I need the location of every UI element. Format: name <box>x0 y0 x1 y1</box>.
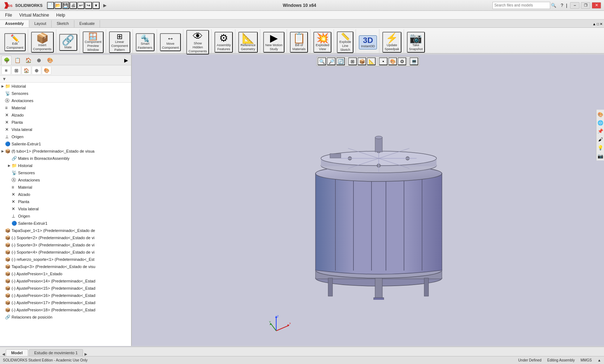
panel-tab-tree[interactable]: 🌳 <box>1 56 12 65</box>
close-button[interactable]: ✕ <box>592 2 601 9</box>
tree-item[interactable]: ✕ Alzado <box>0 191 131 198</box>
tree-item[interactable]: Ⓐ Anotaciones <box>0 176 131 184</box>
tree-item[interactable]: ▶ 📁 Historial <box>0 162 131 169</box>
linear-pattern-button[interactable]: ⊞ LinearComponentPattern <box>109 31 130 53</box>
move-component-button[interactable]: ↔ MoveComponent <box>160 33 181 51</box>
lighting-icon[interactable]: 💡 <box>597 144 604 152</box>
vp-render-btn[interactable]: 🎨 <box>388 57 397 65</box>
search-input[interactable] <box>492 2 550 9</box>
insert-components-button[interactable]: 📦 InsertComponents <box>31 32 54 53</box>
panel-color-button[interactable]: 🎨 <box>42 66 51 75</box>
update-speedpak-button[interactable]: ⚡ UpdateSpeedpak <box>382 32 401 53</box>
search-icon[interactable]: 🔍 <box>551 3 556 8</box>
camera-icon[interactable]: 📷 <box>597 152 604 160</box>
tree-item[interactable]: 🔵 Saliente-Extruir1 <box>0 220 131 227</box>
show-hidden-button[interactable]: 👁 ShowHiddenComponents <box>186 30 209 54</box>
instant3d-button[interactable]: 3D Instant3D <box>359 35 377 49</box>
vp-light-btn[interactable]: • <box>379 57 388 65</box>
panel-tab-properties[interactable]: 📋 <box>12 56 22 65</box>
tree-expand-icon[interactable]: ▶ <box>6 164 12 167</box>
tree-item[interactable]: 📦 (-) Soporte<4> (Predeterminado<_Estado… <box>0 249 131 256</box>
vp-plane-btn[interactable]: 📐 <box>367 57 376 65</box>
tree-item[interactable]: 📦 (-) refuerzo_soporte<1> (Predeterminad… <box>0 256 131 263</box>
edit-component-button[interactable]: ✏️ EditComponent <box>4 33 26 51</box>
save-button[interactable]: 💾 <box>62 2 69 9</box>
panel-grid-view-button[interactable]: ⊞ <box>12 66 21 75</box>
menu-file[interactable]: File <box>1 12 16 18</box>
tree-item[interactable]: ≡ Material <box>0 184 131 191</box>
tree-item[interactable]: 📦 (-) AjustePresion<14> (Predeterminado<… <box>0 277 131 285</box>
tree-item[interactable]: 📦 (-) AjustePresion<17> (Predeterminado<… <box>0 299 131 306</box>
assembly-features-button[interactable]: ⚙ AssemblyFeatures <box>214 32 233 53</box>
decal-icon[interactable]: 📌 <box>597 127 604 135</box>
tree-expand-icon[interactable]: ▶ <box>0 149 5 153</box>
component-preview-button[interactable]: 🪟 ComponentPreviewWindow <box>83 31 104 53</box>
vp-zoom-fit-btn[interactable]: 🔎 <box>327 57 336 65</box>
tree-container[interactable]: ▶ 📁 Historial 📡 Sensores Ⓐ Anotaciones ≡… <box>0 83 131 346</box>
explode-line-button[interactable]: 📏 ExplodeLineSketch <box>337 31 353 53</box>
vp-rotate-btn[interactable]: 🔄 <box>336 57 345 65</box>
tab-model[interactable]: Model <box>6 349 28 356</box>
tree-item[interactable]: ▶ 📁 Historial <box>0 83 131 90</box>
ribbon-close-icon[interactable]: ✕ <box>600 22 603 26</box>
reference-geometry-button[interactable]: 📐 ReferenceGeometry <box>238 32 258 53</box>
tree-item[interactable]: 🔗 Mates in BioreactorAssembly <box>0 155 131 162</box>
help-icon[interactable]: ? <box>561 3 563 8</box>
tree-item[interactable]: 📦 (-) AjustePresion<15> (Predeterminado<… <box>0 285 131 292</box>
tree-item[interactable]: ✕ Planta <box>0 119 131 126</box>
print-button[interactable]: 🖨 <box>70 2 77 9</box>
tree-item[interactable]: Ⓐ Anotaciones <box>0 97 131 104</box>
new-button[interactable]: 📄 <box>47 2 54 9</box>
tree-item[interactable]: 📦 TapaSup<3> (Predeterminado<_Estado de … <box>0 263 131 270</box>
tab-motion-study[interactable]: Estudio de movimiento 1 <box>29 349 83 356</box>
undo-button[interactable]: ↩ <box>77 2 84 9</box>
vp-3d-btn[interactable]: 📦 <box>358 57 366 65</box>
panel-tab-configurations[interactable]: 🏠 <box>23 56 33 65</box>
bill-materials-button[interactable]: 📋 Bill ofMaterials <box>290 32 308 53</box>
mate-button[interactable]: 🔗 Mate <box>59 34 77 51</box>
palette-icon[interactable]: 🖌 <box>597 135 604 143</box>
menu-help[interactable]: Help <box>53 12 69 18</box>
vp-display-btn[interactable]: 💻 <box>410 57 418 65</box>
tree-item[interactable]: 📦 (-) Soporte<3> (Predeterminado<_Estado… <box>0 241 131 249</box>
open-button[interactable]: 📂 <box>55 2 62 9</box>
vp-section-btn[interactable]: ⊞ <box>348 57 357 65</box>
redo-button[interactable]: ↪ <box>85 2 92 9</box>
tab-assembly[interactable]: Assembly <box>0 20 29 27</box>
menu-virtual-machine[interactable]: Virtual Machine <box>16 12 53 18</box>
panel-tab-custom[interactable]: ⊕ <box>34 56 44 65</box>
tab-layout[interactable]: Layout <box>29 20 52 27</box>
tab-sketch[interactable]: Sketch <box>52 20 74 27</box>
tree-item[interactable]: ✕ Alzado <box>0 111 131 119</box>
exploded-view-button[interactable]: 💥 ExplodedView <box>313 32 331 53</box>
minimize-button[interactable]: − <box>570 2 579 9</box>
new-motion-button[interactable]: ▶ New MotionStudy <box>263 32 285 53</box>
panel-tab-display[interactable]: 🎨 <box>45 56 55 65</box>
tree-item[interactable]: 📡 Sensores <box>0 169 131 176</box>
tree-item[interactable]: 📦 (-) AjustePresion<18> (Predeterminado<… <box>0 306 131 313</box>
panel-expand-arrow[interactable]: ▶ <box>123 57 130 64</box>
tree-item[interactable]: ✕ Vista lateral <box>0 126 131 133</box>
ribbon-expand-arrow[interactable]: ▶ <box>103 3 107 8</box>
tree-item[interactable]: ▶ 📦 (f) tubo<1> (Predeterminado<_Estado … <box>0 148 131 155</box>
tree-item[interactable]: 📦 (-) AjustePresion<1>_Estado <box>0 270 131 277</box>
tree-item[interactable]: 📦 TapaSuper_1<1> (Predeterminado<_Estado… <box>0 227 131 234</box>
smart-fasteners-button[interactable]: 🔩 SmartFasteners <box>136 33 155 51</box>
tree-item[interactable]: 🔵 Saliente-Extruir1 <box>0 140 131 148</box>
tabs-scroll-right[interactable]: ▶ <box>84 352 88 356</box>
tree-item[interactable]: ≡ Material <box>0 104 131 111</box>
panel-add-button[interactable]: ⊕ <box>32 66 41 75</box>
tree-item[interactable]: 📦 (-) Soporte<2> (Predeterminado<_Estado… <box>0 234 131 241</box>
restore-button[interactable]: ❐ <box>581 2 590 9</box>
tree-item[interactable]: ⊥ Origen <box>0 133 131 140</box>
scene-icon[interactable]: 🌐 <box>597 119 604 127</box>
appearance-icon[interactable]: 🎨 <box>597 110 604 118</box>
options-dropdown[interactable]: ▾ <box>92 2 100 9</box>
tree-item[interactable]: ✕ Vista lateral <box>0 205 131 212</box>
tree-item[interactable]: 🔗 Relaciones de posición <box>0 313 131 321</box>
panel-list-view-button[interactable]: ≡ <box>1 66 11 75</box>
tree-item[interactable]: 📦 (-) AjustePresion<16> (Predeterminado<… <box>0 292 131 299</box>
ribbon-min-icon[interactable]: ▲ <box>592 22 596 26</box>
tab-evaluate[interactable]: Evaluate <box>74 20 100 27</box>
vp-scene-btn[interactable]: ⚙ <box>398 57 407 65</box>
